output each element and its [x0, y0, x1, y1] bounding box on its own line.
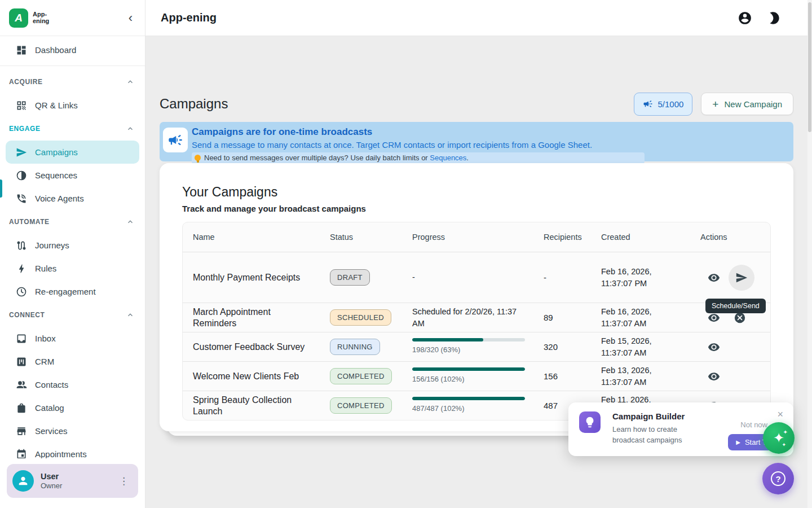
- column-header-name: Name: [193, 233, 330, 242]
- sequences-icon: [16, 170, 27, 181]
- schedule-send-button[interactable]: [729, 265, 754, 291]
- ai-assistant-fab[interactable]: ✦ ✦ ✦: [763, 422, 795, 454]
- status-badge: COMPLETED: [330, 368, 392, 384]
- lightbulb-icon: [195, 155, 201, 161]
- chevron-up-icon: [126, 310, 135, 319]
- account-button[interactable]: [738, 11, 752, 25]
- progress-bar: [412, 338, 525, 341]
- section-label: ACQUIRE: [9, 78, 43, 86]
- close-icon[interactable]: ×: [777, 409, 783, 419]
- brand-name: App- ening: [33, 11, 49, 24]
- user-meta: User Owner: [41, 472, 62, 490]
- sidebar-item-label: CRM: [35, 357, 54, 366]
- sidebar-item-crm[interactable]: CRM: [0, 350, 145, 373]
- inbox-icon: [16, 333, 27, 344]
- sidebar-logo-row: A App- ening ‹: [0, 0, 145, 36]
- view-button[interactable]: [703, 365, 725, 388]
- not-now-button[interactable]: Not now: [740, 421, 767, 429]
- table-row[interactable]: March Appointment Reminders SCHEDULED Sc…: [183, 303, 770, 332]
- info-banner: Campaigns are for one-time broadcasts Se…: [160, 122, 793, 161]
- recipients-cell: 89: [544, 313, 601, 322]
- banner-icon-tile: [163, 128, 188, 152]
- column-header-actions: Actions: [700, 233, 770, 242]
- sidebar-item-dashboard[interactable]: Dashboard: [0, 38, 145, 62]
- sidebar-item-journeys[interactable]: Journeys: [0, 234, 145, 257]
- popup-body: Learn how to create broadcast campaigns: [612, 424, 697, 446]
- dark-mode-toggle[interactable]: [767, 11, 782, 25]
- created-cell: Feb 16, 2026, 11:37:07 PM: [601, 266, 700, 289]
- sidebar-item-label: Rules: [35, 264, 56, 273]
- main-content: Campaigns 5/1000 + New Campaign Campaign…: [145, 36, 807, 508]
- sidebar-item-voice-agents[interactable]: Voice Agents: [0, 187, 145, 210]
- kanban-icon: [16, 356, 27, 367]
- window-scrollbar[interactable]: [807, 0, 812, 508]
- eye-icon: [708, 312, 720, 324]
- sidebar-item-label: Voice Agents: [35, 194, 84, 203]
- sidebar-collapse-button[interactable]: ‹: [125, 11, 136, 25]
- storefront-icon: [16, 426, 27, 437]
- bolt-icon: [16, 263, 27, 274]
- sidebar-item-qr-links[interactable]: QR & Links: [0, 94, 145, 117]
- megaphone-icon: [643, 99, 653, 109]
- actions-cell: [700, 365, 770, 388]
- sidebar-item-campaigns[interactable]: Campaigns: [6, 141, 139, 164]
- sidebar-section-engage[interactable]: ENGAGE: [0, 117, 145, 141]
- table-row[interactable]: Customer Feedback Survey RUNNING 198/320…: [183, 332, 770, 361]
- user-menu-dots-icon[interactable]: ⋮: [116, 473, 133, 489]
- account-circle-icon: [738, 11, 752, 25]
- sidebar: A App- ening ‹ Dashboard ACQUIRE QR & Li…: [0, 0, 145, 508]
- scrollbar-thumb[interactable]: [808, 2, 811, 132]
- sidebar-section-automate[interactable]: AUTOMATE: [0, 210, 145, 234]
- sidebar-item-appointments[interactable]: Appointments: [0, 443, 145, 458]
- campaign-name: Customer Feedback Survey: [193, 341, 330, 353]
- calendar-icon: [16, 449, 27, 459]
- sidebar-item-inbox[interactable]: Inbox: [0, 327, 145, 350]
- popup-title: Campaign Builder: [612, 411, 697, 421]
- view-button[interactable]: [703, 336, 725, 358]
- column-header-recipients: Recipients: [544, 233, 601, 242]
- sparkle-icon: ✦: [783, 429, 788, 435]
- sidebar-item-label: Campaigns: [35, 147, 78, 157]
- view-button[interactable]: [703, 266, 725, 289]
- sequences-link[interactable]: Sequences: [430, 154, 466, 162]
- user-card[interactable]: User Owner ⋮: [7, 464, 138, 498]
- brand-logo: A: [9, 8, 28, 28]
- status-badge: RUNNING: [330, 339, 380, 355]
- campaign-usage-badge[interactable]: 5/1000: [634, 93, 692, 116]
- progress-cell: 156/156 (102%): [412, 367, 544, 384]
- table-row[interactable]: Welcome New Clients Feb COMPLETED 156/15…: [183, 361, 770, 391]
- popup-icon-tile: [579, 411, 601, 433]
- active-indicator: [0, 179, 2, 198]
- chevron-up-icon: [126, 77, 135, 86]
- campaign-name: Monthly Payment Receipts: [193, 272, 330, 283]
- eye-icon: [708, 271, 720, 284]
- sidebar-section-connect[interactable]: CONNECT: [0, 303, 145, 327]
- table-row[interactable]: Monthly Payment Receipts DRAFT - - Feb 1…: [183, 252, 770, 303]
- campaign-builder-popup: Campaign Builder Learn how to create bro…: [568, 402, 793, 456]
- sidebar-item-contacts[interactable]: Contacts: [0, 373, 145, 396]
- sidebar-item-label: Dashboard: [35, 45, 76, 55]
- section-label: ENGAGE: [9, 125, 41, 133]
- top-bar: App-ening: [145, 0, 807, 36]
- new-campaign-button[interactable]: + New Campaign: [701, 93, 793, 115]
- progress-cell: 198/320 (63%): [412, 338, 544, 355]
- sparkle-icon: ✦: [782, 442, 786, 448]
- sidebar-item-re-engagement[interactable]: Re-engagement: [0, 280, 145, 303]
- clock-icon: [16, 286, 27, 297]
- sidebar-item-rules[interactable]: Rules: [0, 257, 145, 280]
- help-fab[interactable]: ?: [762, 463, 794, 494]
- recipients-cell: 156: [544, 371, 601, 381]
- created-cell: Feb 16, 2026, 11:37:07 AM: [601, 306, 700, 329]
- campaigns-table: Name Status Progress Recipients Created …: [182, 222, 771, 421]
- chevron-up-icon: [126, 124, 135, 133]
- actions-cell: [700, 336, 770, 358]
- sidebar-nav: Dashboard ACQUIRE QR & Links ENGAGE Camp…: [0, 36, 145, 458]
- sidebar-item-sequences[interactable]: Sequences: [0, 164, 145, 187]
- section-label: AUTOMATE: [9, 218, 50, 226]
- user-name: User: [41, 472, 62, 481]
- brand-name-line1: App-: [33, 11, 49, 18]
- sidebar-item-catalog[interactable]: Catalog: [0, 396, 145, 419]
- sidebar-item-services[interactable]: Services: [0, 419, 145, 443]
- sidebar-section-acquire[interactable]: ACQUIRE: [0, 70, 145, 94]
- eye-icon: [708, 341, 720, 353]
